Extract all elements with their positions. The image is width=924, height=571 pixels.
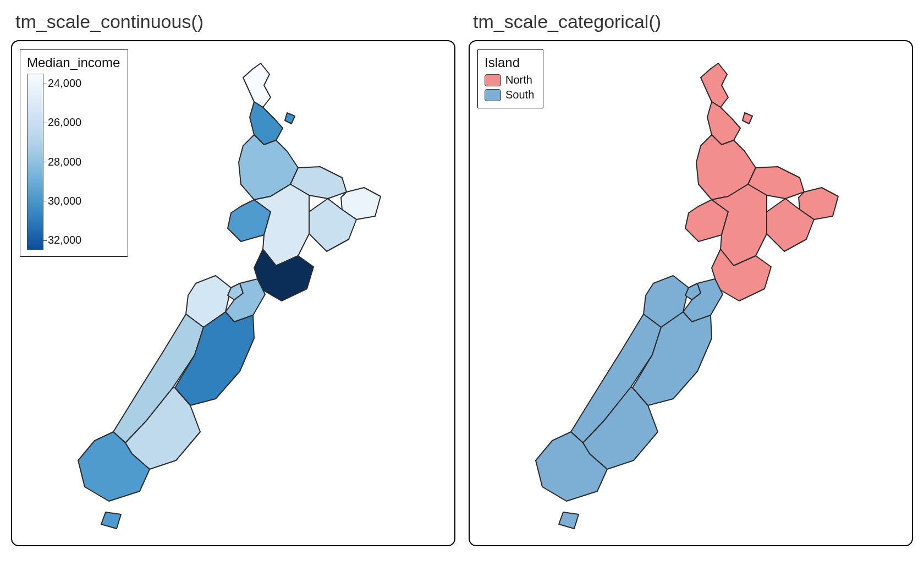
region-auckland-islet — [285, 113, 295, 124]
panel-title-right: tm_scale_categorical() — [469, 11, 913, 32]
region-marlborough — [226, 279, 265, 322]
region-northland-r — [701, 63, 728, 107]
map-right — [470, 47, 910, 542]
region-southland-islet-r — [559, 512, 579, 529]
region-marlborough-r — [683, 279, 723, 322]
map-left — [12, 47, 452, 542]
region-northland — [243, 63, 271, 107]
panel-categorical: tm_scale_categorical() Island North Sout… — [469, 11, 913, 546]
region-auckland-islet-r — [743, 113, 752, 124]
map-frame-left: Median_income 24,000 26,000 28,000 30,00… — [11, 40, 455, 546]
panel-title-left: tm_scale_continuous() — [11, 11, 455, 32]
map-frame-right: Island North South — [469, 40, 913, 546]
region-southland-islet — [101, 512, 121, 529]
panel-continuous: tm_scale_continuous() Median_income 24,0… — [11, 11, 455, 546]
